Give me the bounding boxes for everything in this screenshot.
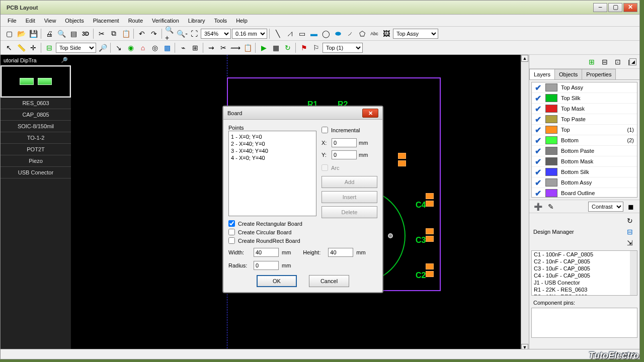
- layer-color-swatch[interactable]: [545, 126, 557, 134]
- zoom-select[interactable]: 354%: [201, 29, 231, 39]
- y-input[interactable]: [332, 150, 357, 159]
- redo-icon[interactable]: ↷: [148, 28, 159, 39]
- poly-icon[interactable]: ⬠: [357, 28, 368, 39]
- layers-icon[interactable]: ⊟: [44, 42, 55, 53]
- dm-item[interactable]: C2 - 10nF - CAP_0805: [532, 258, 637, 265]
- circ-board-checkbox[interactable]: [228, 229, 235, 235]
- polyline-icon[interactable]: ⩘: [284, 28, 295, 39]
- rrect-board-checkbox[interactable]: [228, 237, 235, 244]
- grid-icon[interactable]: ⊞: [190, 42, 201, 53]
- layer-visible-check[interactable]: ✔: [532, 136, 544, 145]
- image-icon[interactable]: 🖼: [381, 28, 392, 39]
- rect-board-checkbox[interactable]: [228, 220, 235, 227]
- menu-help[interactable]: Help: [232, 16, 252, 25]
- line-icon[interactable]: ╲: [272, 28, 283, 39]
- incremental-checkbox[interactable]: [321, 127, 328, 133]
- paste-icon[interactable]: 📋: [120, 28, 131, 39]
- cut-icon[interactable]: ✂: [96, 28, 107, 39]
- layer-row[interactable]: ✔Bottom Mask: [532, 156, 637, 167]
- print-icon[interactable]: 🖨: [44, 28, 55, 39]
- menu-tools[interactable]: Tools: [210, 16, 231, 25]
- panel3-icon[interactable]: ⊡: [612, 56, 623, 67]
- tab-properties[interactable]: Properties: [582, 69, 616, 79]
- layer-color-swatch[interactable]: [545, 157, 557, 165]
- renumber-icon[interactable]: ▦: [270, 42, 281, 53]
- net-icon[interactable]: ⌁: [178, 42, 189, 53]
- check-icon[interactable]: ↻: [282, 42, 293, 53]
- title-icon[interactable]: ▤: [68, 28, 79, 39]
- layer-color-swatch[interactable]: [545, 94, 557, 102]
- nav-down-icon[interactable]: ◢: [629, 58, 636, 65]
- points-list[interactable]: 1 - X=0; Y=02 - X=40; Y=03 - X=40; Y=404…: [228, 131, 316, 216]
- manroute-icon[interactable]: ⟿: [230, 42, 241, 53]
- layer-row[interactable]: ✔Board Outline: [532, 188, 637, 198]
- layer-visible-check[interactable]: ✔: [532, 146, 544, 156]
- layer-visible-check[interactable]: ✔: [532, 115, 544, 124]
- cancel-button[interactable]: Cancel: [309, 275, 349, 287]
- via-icon[interactable]: ◉: [125, 42, 136, 53]
- menu-edit[interactable]: Edit: [22, 16, 39, 25]
- editlayer-icon[interactable]: ✎: [545, 201, 556, 212]
- layer-row[interactable]: ✔Top Silk: [532, 93, 637, 104]
- layer-color-swatch[interactable]: [545, 147, 557, 155]
- dm-item[interactable]: R2 - 10K - RES_0603: [532, 293, 637, 296]
- dm-refresh-icon[interactable]: ↻: [624, 215, 635, 226]
- layer-visible-check[interactable]: ✔: [532, 189, 544, 198]
- zoomout-icon[interactable]: 🔍-: [177, 28, 188, 39]
- filledrect-icon[interactable]: ▬: [308, 28, 319, 39]
- contrast-select[interactable]: Contrast: [588, 202, 623, 212]
- find-icon[interactable]: 🔎: [97, 42, 108, 53]
- arc-icon[interactable]: ⟋: [345, 28, 356, 39]
- vertical-scrollbar[interactable]: ▲ ▼: [521, 55, 529, 351]
- open-icon[interactable]: 📂: [16, 28, 27, 39]
- point-row[interactable]: 2 - X=40; Y=0: [231, 140, 314, 147]
- route-icon[interactable]: ↘: [113, 42, 124, 53]
- unroute-icon[interactable]: ✂: [218, 42, 229, 53]
- erc-icon[interactable]: ⚐: [310, 42, 321, 53]
- addlayer-icon[interactable]: ➕: [532, 201, 543, 212]
- new-icon[interactable]: ▢: [4, 28, 15, 39]
- point-row[interactable]: 4 - X=0; Y=40: [231, 154, 314, 161]
- list-item[interactable]: RES_0603: [1, 98, 71, 109]
- dm-scrollbar[interactable]: [630, 251, 637, 295]
- layer-color-swatch[interactable]: [545, 178, 557, 187]
- insert-button[interactable]: Insert: [321, 191, 377, 203]
- dm-item[interactable]: J1 - USB Conector: [532, 279, 637, 286]
- close-button[interactable]: ✕: [623, 3, 637, 12]
- swatch-icon[interactable]: ◼: [625, 201, 636, 212]
- grid-select[interactable]: 0.16 mm: [232, 29, 267, 39]
- layer-row[interactable]: ✔Bottom Paste: [532, 146, 637, 156]
- layer-visible-check[interactable]: ✔: [532, 167, 544, 177]
- panel2-icon[interactable]: ⊟: [599, 56, 610, 67]
- minimize-button[interactable]: –: [593, 3, 607, 12]
- list-item[interactable]: USB Conector: [1, 167, 71, 178]
- dialog-close-button[interactable]: ✕: [362, 109, 378, 118]
- delete-button[interactable]: Delete: [321, 206, 377, 218]
- menu-file[interactable]: File: [4, 16, 21, 25]
- list-item[interactable]: SOIC-8/150mil: [1, 121, 71, 132]
- layer-row[interactable]: ✔Top(1): [532, 125, 637, 135]
- origin-icon[interactable]: ✛: [28, 42, 39, 53]
- copy-icon[interactable]: ⧉: [108, 28, 119, 39]
- layer-visible-check[interactable]: ✔: [532, 125, 544, 135]
- run-icon[interactable]: ▶: [258, 42, 269, 53]
- layer-visible-check[interactable]: ✔: [532, 178, 544, 188]
- menu-view[interactable]: View: [40, 16, 60, 25]
- menu-objects[interactable]: Objects: [61, 16, 88, 25]
- fill-icon[interactable]: ▩: [162, 42, 173, 53]
- layer-row[interactable]: ✔Top Assy: [532, 82, 637, 93]
- layer-color-swatch[interactable]: [545, 105, 557, 113]
- point-row[interactable]: 3 - X=40; Y=40: [231, 147, 314, 154]
- add-button[interactable]: Add: [321, 176, 377, 188]
- dm-item[interactable]: C4 - 10uF - CAP_0805: [532, 272, 637, 279]
- dm-find-icon[interactable]: ⇲: [624, 237, 635, 248]
- layer-visible-check[interactable]: ✔: [532, 83, 544, 93]
- layer-color-swatch[interactable]: [545, 83, 557, 92]
- assy-select[interactable]: Top Assy: [393, 29, 438, 39]
- menu-placement[interactable]: Placement: [89, 16, 123, 25]
- pointer-icon[interactable]: ↖: [4, 42, 15, 53]
- ellipse-icon[interactable]: ◯: [320, 28, 332, 39]
- dm-item[interactable]: R1 - 22K - RES_0603: [532, 286, 637, 293]
- panel1-icon[interactable]: ⊞: [586, 56, 597, 67]
- undo-icon[interactable]: ↶: [136, 28, 147, 39]
